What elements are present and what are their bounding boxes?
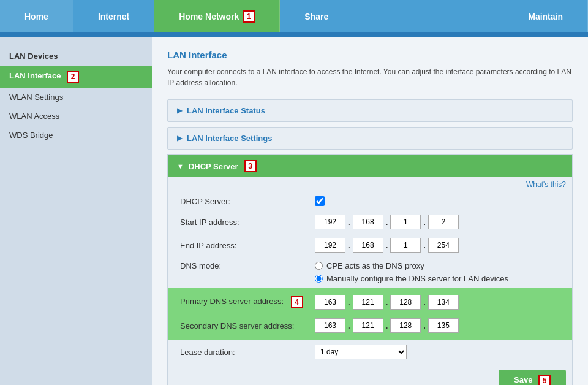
primary-dns-value: . . . xyxy=(315,295,459,310)
sidebar-item-wlan-access[interactable]: WLAN Access xyxy=(0,107,152,126)
green-highlight-section: Primary DNS server address: 4 . . . xyxy=(168,288,572,340)
lan-interface-status-section: ▶ LAN Interface Status xyxy=(167,99,573,122)
ip-dot-7: . xyxy=(348,298,350,307)
secondary-dns-octet4[interactable] xyxy=(428,318,459,333)
dhcp-server-section: ▼ DHCP Server 3 What's this? DHCP Server… xyxy=(167,154,573,385)
lease-duration-label: Lease duration: xyxy=(180,348,315,357)
ip-dot-8: . xyxy=(386,298,388,307)
ip-dot-6: . xyxy=(423,241,426,250)
dhcp-server-header[interactable]: ▼ DHCP Server 3 xyxy=(168,155,572,177)
lan-interface-settings-section: ▶ LAN Interface Settings xyxy=(167,127,573,150)
start-ip-label: Start IP address: xyxy=(180,218,315,227)
ip-dot-12: . xyxy=(423,321,426,330)
ip-dot-4: . xyxy=(348,241,350,250)
lease-duration-row: Lease duration: 1 day 2 days 3 days 7 da… xyxy=(168,340,572,364)
badge-2: 2 xyxy=(67,71,79,83)
end-ip-octet2[interactable] xyxy=(353,238,383,253)
end-ip-octet4[interactable] xyxy=(428,238,459,253)
secondary-dns-octet2[interactable] xyxy=(353,318,383,333)
end-ip-octet3[interactable] xyxy=(390,238,421,253)
sidebar: LAN Devices LAN Interface 2 WLAN Setting… xyxy=(0,37,152,385)
dhcp-server-value xyxy=(315,196,325,206)
save-button[interactable]: Save 5 xyxy=(499,370,566,385)
blue-bar xyxy=(0,32,588,37)
ip-dot-11: . xyxy=(386,321,388,330)
lease-duration-value: 1 day 2 days 3 days 7 days Custom xyxy=(315,345,407,359)
start-ip-value: . . . xyxy=(315,215,459,229)
dns-radio-manual: Manually configure the DNS server for LA… xyxy=(315,274,508,283)
arrow-icon-settings: ▶ xyxy=(177,134,182,142)
ip-dot-10: . xyxy=(348,321,350,330)
primary-dns-octet2[interactable] xyxy=(353,295,383,310)
dhcp-arrow-icon: ▼ xyxy=(177,162,184,170)
dns-radio-manual-label: Manually configure the DNS server for LA… xyxy=(326,274,508,283)
badge-1: 1 xyxy=(243,10,255,23)
nav-tab-home-network[interactable]: Home Network 1 xyxy=(154,0,280,32)
secondary-dns-row: Secondary DNS server address: . . . xyxy=(168,314,572,337)
secondary-dns-value: . . . xyxy=(315,318,459,333)
primary-dns-octet3[interactable] xyxy=(390,295,421,310)
primary-dns-row: Primary DNS server address: 4 . . . xyxy=(168,291,572,314)
page-description: Your computer connects to a LAN interfac… xyxy=(167,66,573,88)
dns-radio-manual-input[interactable] xyxy=(315,275,323,283)
sidebar-item-wlan-settings[interactable]: WLAN Settings xyxy=(0,88,152,107)
dns-radio-cpe-input[interactable] xyxy=(315,262,323,270)
start-ip-octet3[interactable] xyxy=(390,215,421,229)
end-ip-octet1[interactable] xyxy=(315,238,345,253)
lan-interface-status-header[interactable]: ▶ LAN Interface Status xyxy=(168,100,572,121)
nav-tab-share[interactable]: Share xyxy=(280,0,353,32)
ip-dot-2: . xyxy=(386,218,388,227)
secondary-dns-label: Secondary DNS server address: xyxy=(180,321,315,330)
arrow-icon-status: ▶ xyxy=(177,107,182,115)
sidebar-item-wds-bridge[interactable]: WDS Bridge xyxy=(0,126,152,145)
dhcp-server-label: DHCP Server: xyxy=(180,197,315,206)
start-ip-octet2[interactable] xyxy=(353,215,383,229)
primary-dns-label: Primary DNS server address: 4 xyxy=(180,296,315,308)
dns-mode-options: CPE acts as the DNS proxy Manually confi… xyxy=(315,261,508,283)
lan-interface-settings-header[interactable]: ▶ LAN Interface Settings xyxy=(168,128,572,149)
end-ip-value: . . . xyxy=(315,238,459,253)
ip-dot-3: . xyxy=(423,218,426,227)
nav-tab-home[interactable]: Home xyxy=(0,0,74,32)
end-ip-row: End IP address: . . . xyxy=(168,234,572,257)
start-ip-row: Start IP address: . . . xyxy=(168,210,572,234)
end-ip-label: End IP address: xyxy=(180,241,315,250)
top-navigation: Home Internet Home Network 1 Share Maint… xyxy=(0,0,588,32)
primary-dns-octet4[interactable] xyxy=(428,295,459,310)
start-ip-octet4[interactable] xyxy=(428,215,459,229)
primary-dns-octet1[interactable] xyxy=(315,295,345,310)
dns-mode-row: DNS mode: CPE acts as the DNS proxy Manu… xyxy=(168,257,572,288)
lease-duration-select[interactable]: 1 day 2 days 3 days 7 days Custom xyxy=(315,345,407,359)
badge-4: 4 xyxy=(291,296,303,308)
whats-this-link[interactable]: What's this? xyxy=(168,177,572,192)
dns-radio-cpe-label: CPE acts as the DNS proxy xyxy=(326,261,424,270)
ip-dot-9: . xyxy=(423,298,426,307)
ip-dot-5: . xyxy=(386,241,388,250)
dhcp-server-row: DHCP Server: xyxy=(168,192,572,210)
dns-mode-label: DNS mode: xyxy=(180,261,315,270)
sidebar-item-lan-interface[interactable]: LAN Interface 2 xyxy=(0,66,152,88)
nav-tab-maintain[interactable]: Maintain xyxy=(503,0,588,32)
secondary-dns-octet3[interactable] xyxy=(390,318,421,333)
badge-5: 5 xyxy=(538,375,551,385)
nav-tab-internet[interactable]: Internet xyxy=(74,0,154,32)
start-ip-octet1[interactable] xyxy=(315,215,345,229)
dns-radio-cpe: CPE acts as the DNS proxy xyxy=(315,261,508,270)
save-area: Save 5 xyxy=(168,364,572,385)
sidebar-section-title: LAN Devices xyxy=(0,47,152,66)
page-title: LAN Interface xyxy=(167,50,573,60)
badge-3: 3 xyxy=(244,160,257,172)
content-area: LAN Interface Your computer connects to … xyxy=(152,37,588,385)
ip-dot-1: . xyxy=(348,218,350,227)
main-layout: LAN Devices LAN Interface 2 WLAN Setting… xyxy=(0,37,588,385)
dhcp-server-checkbox[interactable] xyxy=(315,196,325,206)
secondary-dns-octet1[interactable] xyxy=(315,318,345,333)
